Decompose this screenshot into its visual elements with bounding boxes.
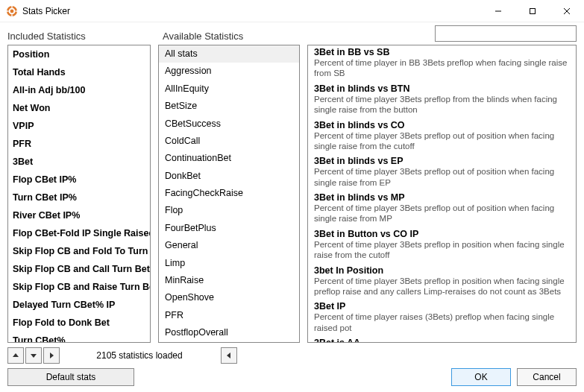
svg-point-2 xyxy=(10,9,14,13)
description-item[interactable]: 3Bet in blinds vs MPPercent of time play… xyxy=(308,191,576,227)
included-item[interactable]: Turn CBet% xyxy=(8,332,150,343)
available-item[interactable]: AllInEquity xyxy=(159,80,299,98)
move-left-button[interactable] xyxy=(221,347,237,364)
search-input[interactable] xyxy=(435,25,577,42)
move-right-button[interactable] xyxy=(43,347,60,364)
available-item[interactable]: PFR xyxy=(159,307,299,324)
included-item[interactable]: Skip Flop CB and Call Turn Bet IP xyxy=(8,260,150,278)
statistics-count: 2105 statistics loaded xyxy=(69,350,210,361)
description-item[interactable]: 3Bet IPPercent of time player raises (3B… xyxy=(308,300,576,336)
available-item[interactable]: DonkBet xyxy=(159,168,299,185)
included-item[interactable]: Skip Flop CB and Fold To Turn Bet xyxy=(8,242,150,260)
available-item[interactable]: All stats xyxy=(159,45,299,63)
description-title: 3Bet IP xyxy=(314,301,570,312)
description-title: 3Bet is AA xyxy=(314,338,570,343)
description-title: 3Bet in blinds vs BTN xyxy=(314,83,570,94)
available-item[interactable]: PostflopOverall xyxy=(159,324,299,341)
included-item[interactable]: Net Won xyxy=(8,99,150,117)
maximize-button[interactable] xyxy=(515,0,550,22)
cancel-button[interactable]: Cancel xyxy=(517,368,577,386)
ok-button[interactable]: OK xyxy=(451,368,511,386)
available-item[interactable]: River xyxy=(159,341,299,343)
titlebar: Stats Picker xyxy=(0,0,584,22)
description-text: Percent of time player 3Bets preflop fro… xyxy=(314,94,570,116)
included-listbox[interactable]: PositionTotal HandsAll-in Adj bb/100Net … xyxy=(7,45,151,343)
included-item[interactable]: Turn CBet IP% xyxy=(8,189,150,206)
available-item[interactable]: ContinuationBet xyxy=(159,150,299,167)
description-item[interactable]: 3Bet in Button vs CO IPPercent of time p… xyxy=(308,227,576,264)
move-up-button[interactable] xyxy=(7,347,24,364)
description-text: Percent of time player 3Bets preflop in … xyxy=(314,239,570,261)
description-text: Percent of time player 3Bets preflop out… xyxy=(314,203,570,224)
close-button[interactable] xyxy=(550,0,584,22)
included-item[interactable]: 3Bet xyxy=(8,153,150,171)
available-item[interactable]: CBetSuccess xyxy=(159,116,299,133)
available-item[interactable]: Flop xyxy=(159,202,299,219)
available-item[interactable]: FacingCheckRaise xyxy=(159,185,299,202)
included-item[interactable]: Flop CBet-Fold IP Single Raised xyxy=(8,224,150,242)
svg-rect-8 xyxy=(530,8,536,13)
available-item[interactable]: FourBetPlus xyxy=(159,220,299,237)
included-label: Included Statistics xyxy=(7,31,151,42)
description-title: 3Bet in blinds vs MP xyxy=(314,192,570,203)
description-listbox[interactable]: 3Bet in BB vs SBPercent of time player i… xyxy=(307,45,577,343)
included-item[interactable]: PFR xyxy=(8,135,150,153)
available-item[interactable]: OpenShove xyxy=(159,289,299,306)
available-item[interactable]: ColdCall xyxy=(159,133,299,150)
description-title: 3Bet in BB vs SB xyxy=(314,47,570,57)
description-item[interactable]: 3bet In PositionPercent of time player 3… xyxy=(308,264,576,300)
window-title: Stats Picker xyxy=(22,6,70,16)
description-item[interactable]: 3Bet in blinds vs COPercent of time play… xyxy=(308,118,576,155)
available-item[interactable]: Limp xyxy=(159,255,299,272)
description-text: Percent of time player raises (3Bets) pr… xyxy=(314,312,570,333)
available-item[interactable]: Aggression xyxy=(159,63,299,80)
description-title: 3Bet in blinds vs EP xyxy=(314,156,570,166)
default-stats-button[interactable]: Default stats xyxy=(7,368,134,386)
included-item[interactable]: VPIP xyxy=(8,117,150,135)
description-text: Percent of time player 3Bets preflop in … xyxy=(314,276,570,297)
included-item[interactable]: Total Hands xyxy=(8,63,150,81)
included-item[interactable]: Delayed Turn CBet% IP xyxy=(8,296,150,314)
description-title: 3Bet in Button vs CO IP xyxy=(314,229,570,239)
available-item[interactable]: General xyxy=(159,237,299,254)
included-item[interactable]: Position xyxy=(8,45,150,63)
description-item[interactable]: 3Bet in blinds vs EPPercent of time play… xyxy=(308,154,576,191)
app-icon xyxy=(6,5,18,17)
available-listbox[interactable]: All statsAggressionAllInEquityBetSizeCBe… xyxy=(158,45,300,343)
included-item[interactable]: River CBet IP% xyxy=(8,206,150,224)
svg-rect-6 xyxy=(16,10,18,11)
available-item[interactable]: MinRaise xyxy=(159,272,299,289)
description-text: Percent of time player 3Bets preflop out… xyxy=(314,166,570,188)
svg-rect-3 xyxy=(11,5,12,7)
included-item[interactable]: Flop CBet IP% xyxy=(8,171,150,189)
description-text: Percent of time player in BB 3Bets prefl… xyxy=(314,57,570,79)
description-text: Percent of time player 3Bets preflop out… xyxy=(314,130,570,152)
description-item[interactable]: 3Bet is AAPercent of time a player's 3Be… xyxy=(308,336,576,343)
description-title: 3Bet in blinds vs CO xyxy=(314,120,570,130)
available-label: Available Statistics xyxy=(163,31,304,42)
move-down-button[interactable] xyxy=(25,347,42,364)
minimize-button[interactable] xyxy=(481,0,515,22)
included-item[interactable]: Flop Fold to Donk Bet xyxy=(8,314,150,332)
svg-rect-5 xyxy=(7,10,9,11)
svg-rect-4 xyxy=(11,14,12,16)
description-item[interactable]: 3Bet in blinds vs BTNPercent of time pla… xyxy=(308,82,576,118)
description-item[interactable]: 3Bet in BB vs SBPercent of time player i… xyxy=(308,45,576,82)
included-item[interactable]: All-in Adj bb/100 xyxy=(8,81,150,99)
available-item[interactable]: BetSize xyxy=(159,98,299,115)
description-title: 3bet In Position xyxy=(314,265,570,276)
included-item[interactable]: Skip Flop CB and Raise Turn Bet xyxy=(8,278,150,296)
